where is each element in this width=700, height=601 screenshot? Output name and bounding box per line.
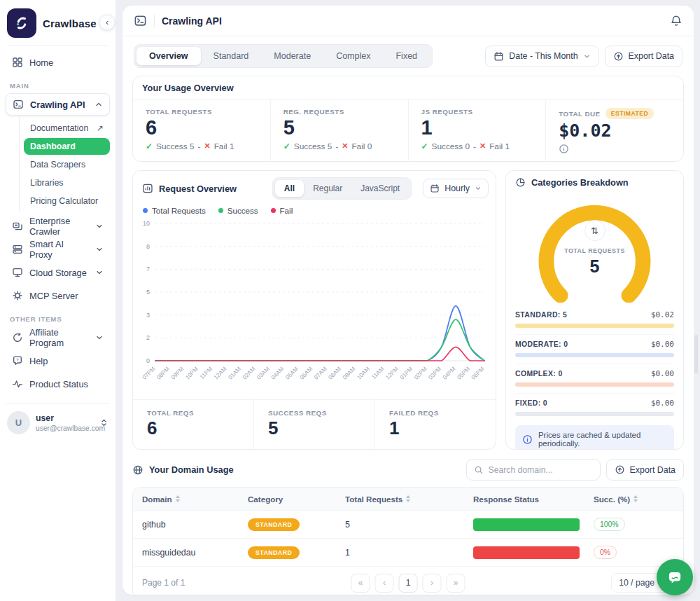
submenu-item-pricing-calculator[interactable]: Pricing Calculator <box>24 193 110 209</box>
domain-search <box>466 459 601 481</box>
column-header-total-requests[interactable]: Total Requests <box>336 495 464 504</box>
success-count: Success 0 <box>432 141 470 151</box>
page-header: Crawling API <box>122 6 694 36</box>
user-email: user@crawlbase.com <box>36 424 94 432</box>
domain-search-input[interactable] <box>489 465 593 475</box>
failed-reqs-stat: FAILED REQS 1 <box>374 400 496 449</box>
tab-moderate[interactable]: Moderate <box>261 47 323 65</box>
submenu-item-data-scrapers[interactable]: Data Scrapers <box>24 156 110 173</box>
chevron-down-icon <box>95 245 104 254</box>
check-icon: ✓ <box>146 141 153 151</box>
sidebar-item-home[interactable]: Home <box>6 51 110 74</box>
cross-icon: ✕ <box>342 141 348 151</box>
total-requests-cell: 1 <box>336 548 464 558</box>
scrollbar-thumb[interactable] <box>694 335 698 373</box>
page-number-button[interactable]: 1 <box>399 574 418 593</box>
legend-item-success[interactable]: Success <box>218 206 258 215</box>
page-title: Crawling API <box>162 15 222 27</box>
sidebar-item-help[interactable]: ? Help <box>6 350 110 372</box>
sidebar-item-smart-ai-proxy[interactable]: Smart AI Proxy <box>6 238 110 261</box>
tab-regular[interactable]: Regular <box>304 180 351 197</box>
y-axis-label: 0 <box>146 357 150 364</box>
tab-standard[interactable]: Standard <box>201 47 262 65</box>
swap-arrows-icon: ⇅ <box>584 220 606 241</box>
last-page-button[interactable]: » <box>447 574 465 593</box>
stat-value: 5 <box>268 418 374 438</box>
bell-icon <box>670 15 682 27</box>
response-status-cell <box>464 518 584 531</box>
legend-item-fail[interactable]: Fail <box>271 206 293 215</box>
x-axis-label: 07PM <box>141 366 157 381</box>
y-axis-label: 3 <box>146 312 150 319</box>
pie-chart-icon <box>515 177 526 188</box>
pricing-note: Prices are cached & updated periodically… <box>515 425 674 450</box>
category-bar <box>515 412 674 416</box>
next-page-button[interactable]: › <box>423 574 442 593</box>
mcp-server-icon <box>12 290 23 301</box>
tab-fixed[interactable]: Fixed <box>383 47 430 65</box>
category-badge: STANDARD <box>248 518 300 531</box>
x-axis-label: 12AM <box>213 366 228 381</box>
tab-all[interactable]: All <box>275 180 304 197</box>
export-icon <box>615 464 625 475</box>
domain-export-button[interactable]: Export Data <box>606 459 684 481</box>
chevron-down-icon <box>95 333 104 342</box>
interval-select[interactable]: Hourly <box>423 179 489 198</box>
refresh-circle-icon <box>12 332 23 343</box>
sort-down-caret <box>634 499 638 502</box>
user-name: user <box>36 413 94 423</box>
help-bubble-icon: ? <box>12 355 23 366</box>
category-item: FIXED: 0$0.00 <box>515 394 674 422</box>
x-axis-label: 11PM <box>199 366 214 380</box>
sidebar-section-main: MAIN <box>10 82 106 90</box>
export-data-label: Export Data <box>629 51 674 61</box>
date-filter-value: Date - This Month <box>509 51 578 61</box>
date-filter-select[interactable]: Date - This Month <box>485 46 598 67</box>
submenu-item-documentation[interactable]: Documentation ↗ <box>24 120 110 137</box>
notifications-button[interactable] <box>670 15 682 27</box>
chat-launcher-button[interactable] <box>657 559 693 595</box>
category-label: MODERATE: 0 <box>515 340 568 348</box>
user-menu[interactable]: U user user@crawlbase.com <box>6 403 110 441</box>
request-chart: 0235781007PM08PM09PM10PM11PM12AM01AM02AM… <box>137 218 493 393</box>
question-glyph: ? <box>16 358 19 362</box>
sidebar-collapse-button[interactable]: ‹ <box>99 15 115 30</box>
success-rate-badge: 0% <box>594 546 617 559</box>
domain-usage-title: Your Domain Usage <box>149 464 234 475</box>
prev-page-button[interactable]: ‹ <box>375 574 394 593</box>
tab-overview[interactable]: Overview <box>136 47 201 65</box>
submenu-item-libraries[interactable]: Libraries <box>24 174 110 191</box>
first-page-button[interactable]: « <box>351 574 370 593</box>
column-label: Response Status <box>473 495 539 504</box>
interval-value: Hourly <box>444 184 470 193</box>
stat-value: 1 <box>421 117 546 139</box>
series-line-fail <box>155 347 484 361</box>
sidebar-item-cloud-storage[interactable]: Cloud Storage <box>6 261 110 284</box>
submenu-item-dashboard[interactable]: Dashboard <box>24 138 110 155</box>
legend-item-total-requests[interactable]: Total Requests <box>143 206 206 215</box>
tab-javascript[interactable]: JavaScript <box>351 180 409 197</box>
column-header-succ-[interactable]: Succ. (%) <box>584 495 683 504</box>
export-data-button[interactable]: Export Data <box>605 46 682 67</box>
sidebar-item-product-status[interactable]: Product Status <box>6 373 110 395</box>
x-axis-label: 08AM <box>328 366 343 381</box>
column-header-domain[interactable]: Domain <box>133 495 239 504</box>
gauge-center-value: 5 <box>590 256 600 277</box>
brand-name: Crawlbase <box>43 18 97 29</box>
sidebar-item-enterprise-crawler[interactable]: Enterprise Crawler <box>6 215 110 237</box>
pricing-note-text: Prices are cached & updated periodically… <box>538 431 667 448</box>
x-axis-label: 06AM <box>299 366 314 381</box>
category-item: MODERATE: 0$0.00 <box>515 335 674 364</box>
sidebar-item-label: Enterprise Crawler <box>29 216 89 237</box>
sort-icon <box>406 495 410 502</box>
tab-complex[interactable]: Complex <box>323 47 383 65</box>
x-axis-label: 10PM <box>184 366 200 381</box>
info-icon[interactable] <box>559 144 569 154</box>
sidebar-item-affiliate-program[interactable]: Affiliate Program <box>6 326 110 349</box>
series-filter-tabs: All Regular JavaScript <box>272 177 412 200</box>
sidebar-item-mcp-server[interactable]: MCP Server <box>6 284 110 307</box>
sidebar-item-crawling-api[interactable]: Crawling API <box>6 93 110 116</box>
x-axis-label: 03PM <box>428 366 443 381</box>
gauge-center: ⇅ TOTAL REQUESTS 5 <box>506 192 683 303</box>
success-rate-cell: 0% <box>584 546 683 559</box>
